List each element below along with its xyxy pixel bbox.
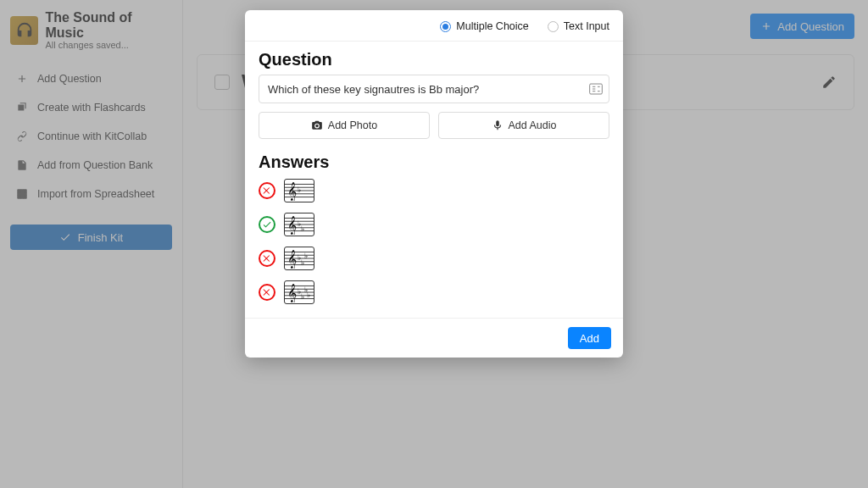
add-audio-label: Add Audio — [509, 119, 557, 131]
answer-row: 𝄞♭♭♭♭ — [259, 280, 609, 304]
incorrect-toggle[interactable] — [259, 182, 275, 199]
svg-text:♭: ♭ — [307, 291, 310, 299]
section-title-question: Question — [259, 50, 609, 69]
media-buttons: Add Photo Add Audio — [259, 112, 609, 139]
incorrect-toggle[interactable] — [259, 284, 275, 301]
answers-list: 𝄞♭𝄞♭♭𝄞♭♭♭𝄞♭♭♭♭ — [259, 179, 609, 304]
question-type-label: Text Input — [564, 20, 609, 32]
section-title-answers: Answers — [259, 152, 609, 172]
add-audio-button[interactable]: Add Audio — [438, 112, 609, 139]
x-icon — [262, 253, 272, 263]
modal-footer: Add — [245, 318, 623, 358]
radio-selected-icon — [440, 21, 451, 32]
x-icon — [262, 186, 272, 196]
answer-image[interactable]: 𝄞♭♭♭♭ — [284, 280, 314, 304]
question-input-wrap — [259, 75, 609, 103]
correct-toggle[interactable] — [259, 216, 275, 233]
incorrect-toggle[interactable] — [259, 250, 275, 267]
modal-body: Question Add Photo Add Audio Answers 𝄞♭𝄞 — [245, 42, 623, 318]
question-type-label: Multiple Choice — [456, 20, 528, 32]
svg-text:♭: ♭ — [304, 252, 308, 260]
answer-image[interactable]: 𝄞♭♭♭ — [284, 247, 314, 270]
answer-image[interactable]: 𝄞♭♭ — [284, 213, 314, 236]
question-text-input[interactable] — [259, 75, 609, 103]
equation-icon[interactable] — [589, 83, 603, 95]
svg-text:𝄞: 𝄞 — [287, 249, 297, 269]
svg-text:𝄞: 𝄞 — [287, 283, 297, 302]
question-type-text-input[interactable]: Text Input — [548, 20, 609, 32]
answer-row: 𝄞♭ — [259, 179, 609, 202]
camera-icon — [311, 119, 323, 131]
question-type-tabs: Multiple Choice Text Input — [245, 10, 623, 42]
modal-overlay[interactable]: Multiple Choice Text Input Question Add … — [0, 0, 868, 488]
question-editor-modal: Multiple Choice Text Input Question Add … — [245, 10, 623, 358]
svg-text:𝄞: 𝄞 — [287, 181, 297, 201]
add-answer-label: Add — [580, 332, 599, 345]
add-answer-button[interactable]: Add — [568, 327, 611, 349]
svg-text:♭: ♭ — [298, 186, 301, 194]
answer-row: 𝄞♭♭♭ — [259, 247, 609, 270]
add-photo-label: Add Photo — [328, 119, 377, 131]
svg-text:𝄞: 𝄞 — [287, 215, 297, 235]
svg-text:♭: ♭ — [301, 225, 304, 233]
x-icon — [262, 287, 272, 297]
question-type-multiple-choice[interactable]: Multiple Choice — [440, 20, 528, 32]
svg-rect-0 — [590, 84, 603, 94]
answer-row: 𝄞♭♭ — [259, 213, 609, 236]
radio-unselected-icon — [548, 21, 559, 32]
add-photo-button[interactable]: Add Photo — [259, 112, 430, 139]
check-icon — [262, 219, 272, 230]
answer-image[interactable]: 𝄞♭ — [284, 179, 314, 202]
microphone-icon — [492, 119, 504, 131]
